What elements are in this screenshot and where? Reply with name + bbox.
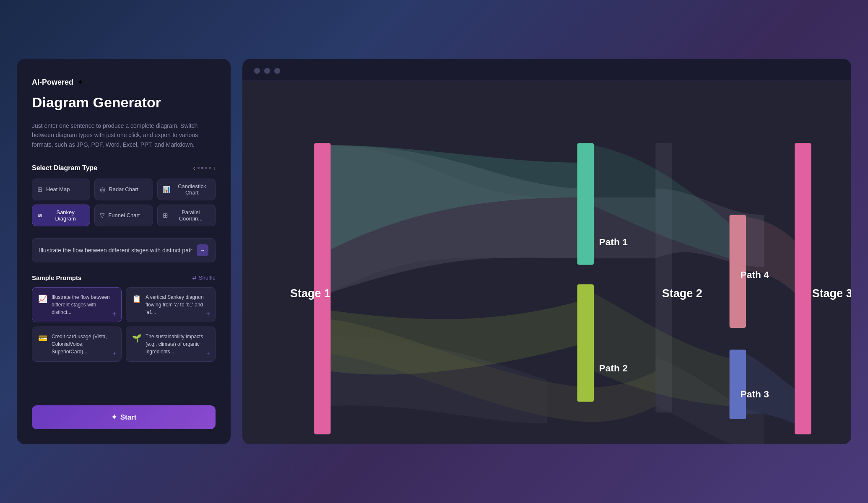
- path4-text: Path 4: [741, 269, 769, 280]
- sample-4-plus: +: [206, 350, 210, 357]
- browser-dot-1: [254, 68, 260, 74]
- path3-bar: [730, 350, 746, 419]
- ai-badge: AI-Powered ✦: [32, 77, 216, 87]
- samples-title: Sample Prompts: [32, 274, 81, 281]
- sankey-button[interactable]: ≋ Sankey Diagram: [32, 205, 90, 226]
- sample-card-2[interactable]: 📋 A vertical Sankey diagram flowing from…: [126, 287, 216, 322]
- ai-badge-text: AI-Powered: [32, 78, 73, 87]
- sample-4-icon: 🌱: [132, 334, 141, 343]
- sankey-diagram-area: Stage 1 Stage 2 Stage 3 Path 1 Path 2 Pa…: [242, 81, 851, 444]
- nav-dot-1: [198, 167, 200, 169]
- select-diagram-label: Select Diagram Type: [32, 164, 97, 172]
- funnel-button[interactable]: ▽ Funnel Chart: [94, 205, 153, 226]
- panel-description: Just enter one sentence to produce a com…: [32, 121, 216, 149]
- shuffle-icon: ⇄: [192, 275, 197, 281]
- nav-dot-3: [205, 167, 207, 169]
- stage3-bar: [795, 143, 811, 434]
- heat-map-icon: ⊞: [37, 186, 43, 193]
- app-container: AI-Powered ✦ Diagram Generator Just ente…: [0, 0, 868, 503]
- heat-map-label: Heat Map: [46, 186, 70, 192]
- sample-1-plus: +: [112, 310, 116, 318]
- sample-3-text: Credit card usage (Vista, ColonialVoice,…: [52, 333, 115, 355]
- samples-header: Sample Prompts ⇄ Shuffle: [32, 274, 216, 281]
- start-button[interactable]: ✦ Start: [32, 405, 216, 429]
- sample-card-4-content: 🌱 The sustainability impacts (e.g., clim…: [132, 333, 209, 355]
- submit-arrow-button[interactable]: →: [197, 244, 208, 256]
- parallel-button[interactable]: ⊞ Parallel Coordin...: [157, 205, 216, 226]
- start-label: Start: [120, 413, 137, 422]
- prompt-input-row: →: [32, 238, 216, 262]
- browser-dot-3: [274, 68, 280, 74]
- sparkle-icon: ✦: [77, 77, 84, 87]
- sample-card-3[interactable]: 💳 Credit card usage (Vista, ColonialVoic…: [32, 327, 122, 362]
- sample-1-icon: 📈: [38, 294, 47, 303]
- nav-next-button[interactable]: ›: [213, 165, 216, 171]
- path2-bar: [577, 284, 594, 402]
- right-panel: Stage 1 Stage 2 Stage 3 Path 1 Path 2 Pa…: [242, 59, 851, 444]
- radar-chart-label: Radar Chart: [109, 186, 138, 192]
- nav-prev-button[interactable]: ‹: [193, 165, 195, 171]
- path1-text: Path 1: [599, 236, 628, 247]
- sample-card-4[interactable]: 🌱 The sustainability impacts (e.g., clim…: [126, 327, 216, 362]
- sample-2-icon: 📋: [132, 294, 141, 303]
- panel-title: Diagram Generator: [32, 94, 216, 111]
- nav-dot-4: [209, 167, 211, 169]
- candlestick-button[interactable]: 📊 Candlestick Chart: [157, 179, 216, 200]
- funnel-label: Funnel Chart: [108, 212, 140, 218]
- funnel-icon: ▽: [100, 212, 105, 219]
- path3-text: Path 3: [741, 389, 769, 399]
- sample-2-plus: +: [206, 310, 210, 318]
- candlestick-label: Candlestick Chart: [174, 183, 210, 196]
- diagram-nav: ‹ ›: [193, 165, 216, 171]
- path2-text: Path 2: [599, 363, 627, 373]
- sankey-svg: Stage 1 Stage 2 Stage 3 Path 1 Path 2 Pa…: [242, 81, 851, 444]
- sample-2-text: A vertical Sankey diagram flowing from '…: [146, 293, 209, 316]
- sankey-icon: ≋: [37, 212, 43, 219]
- browser-dot-2: [264, 68, 270, 74]
- sample-4-text: The sustainability impacts (e.g., climat…: [146, 333, 209, 355]
- sample-card-2-content: 📋 A vertical Sankey diagram flowing from…: [132, 293, 209, 316]
- sankey-label: Sankey Diagram: [46, 209, 85, 222]
- radar-chart-icon: ◎: [100, 186, 105, 193]
- sample-grid: 📈 Illustrate the flow between different …: [32, 287, 216, 362]
- left-panel: AI-Powered ✦ Diagram Generator Just ente…: [17, 59, 231, 444]
- sample-3-icon: 💳: [38, 334, 47, 343]
- section-title: Select Diagram Type ‹ ›: [32, 164, 216, 172]
- sample-1-text: Illustrate the flow between different st…: [52, 293, 115, 316]
- sample-card-1-content: 📈 Illustrate the flow between different …: [38, 293, 115, 316]
- sample-card-3-content: 💳 Credit card usage (Vista, ColonialVoic…: [38, 333, 115, 355]
- candlestick-icon: 📊: [163, 186, 171, 193]
- diagram-type-grid: ⊞ Heat Map ◎ Radar Chart 📊 Candlestick C…: [32, 179, 216, 226]
- radar-chart-button[interactable]: ◎ Radar Chart: [94, 179, 153, 200]
- shuffle-label: Shuffle: [199, 275, 216, 281]
- sample-card-1[interactable]: 📈 Illustrate the flow between different …: [32, 287, 122, 322]
- start-sparkle-icon: ✦: [111, 413, 117, 422]
- stage1-text: Stage 1: [290, 287, 330, 300]
- prompt-input[interactable]: [39, 247, 192, 254]
- path1-bar-top: [577, 143, 594, 264]
- stage3-text: Stage 3: [812, 287, 851, 300]
- sample-3-plus: +: [112, 350, 116, 357]
- parallel-label: Parallel Coordin...: [172, 209, 210, 222]
- shuffle-button[interactable]: ⇄ Shuffle: [192, 275, 216, 281]
- stage2-text: Stage 2: [662, 287, 702, 300]
- browser-bar: [242, 59, 851, 74]
- nav-dots: [198, 167, 211, 169]
- nav-dot-2: [201, 167, 203, 169]
- heat-map-button[interactable]: ⊞ Heat Map: [32, 179, 90, 200]
- parallel-icon: ⊞: [163, 212, 168, 219]
